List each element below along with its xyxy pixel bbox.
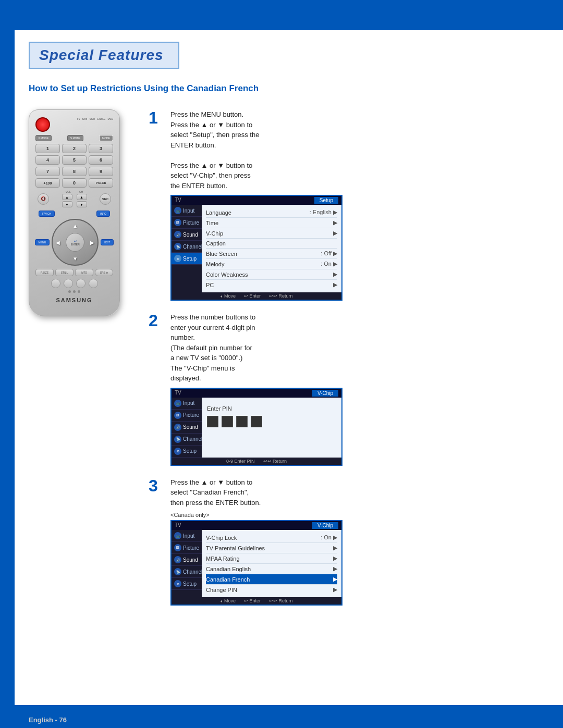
step-1-content: Press the MENU button. Press the ▲ or ▼ … (170, 109, 547, 301)
sound-icon: 🔊 (174, 231, 181, 238)
title-box: Special Features (29, 42, 179, 69)
vchip-sidebar: 📺 Input 🖼 Picture 🔊 Sound (172, 398, 202, 458)
vchip-menu-header: V-Chip (312, 522, 338, 529)
vm-input: 📺 Input (172, 530, 202, 542)
nav-down-arrow: ▼ (72, 256, 78, 262)
sidebar-input: 📺 Input (172, 205, 202, 217)
pin-input-boxes (207, 416, 336, 427)
mute-source-row: 🔇 VOLCH ▲ ▼ ▲ ▼ (35, 190, 113, 207)
num-0[interactable]: 0 (62, 178, 87, 188)
vchip-menu-content: V-Chip Lock : On ▶ TV Parental Guideline… (202, 530, 341, 597)
step-2-content: Press the number buttons to enter your c… (170, 312, 547, 466)
num-7[interactable]: 7 (35, 167, 60, 176)
vchip-picture: 🖼 Picture (172, 410, 202, 422)
source-button[interactable]: SRC (100, 193, 111, 205)
bottom-function-buttons: P.SIZE STILL MTS SRS ⊚ (35, 269, 113, 276)
channel-icon: 📡 (174, 243, 181, 250)
input-button[interactable]: INFO (96, 211, 110, 217)
menu-bluescreen: Blue Screen : Off ▶ (206, 249, 337, 259)
round-btn-3[interactable] (76, 279, 85, 288)
psize-button[interactable]: P.SIZE (35, 269, 54, 276)
num-3[interactable]: 3 (89, 144, 113, 153)
vp-picture-icon: 🖼 (174, 412, 181, 419)
step-3-content: Press the ▲ or ▼ button to select "Canad… (170, 477, 547, 606)
round-btn-1[interactable] (51, 279, 60, 288)
round-buttons-row (35, 279, 113, 288)
vchip-input: 📺 Input (172, 398, 202, 410)
num-5[interactable]: 5 (62, 155, 87, 165)
vchip-menu-sidebar: 📺 Input 🖼 Picture 🔊 Sound (172, 530, 202, 597)
step-3: 3 Press the ▲ or ▼ button to select "Can… (149, 477, 547, 606)
num-1[interactable]: 1 (35, 144, 60, 153)
vp-sound-icon: 🔊 (174, 424, 181, 431)
step-1-number: 1 (149, 109, 163, 126)
srs-button[interactable]: SRS ⊚ (95, 269, 113, 276)
picture-icon: 🖼 (174, 219, 181, 226)
num-plus100[interactable]: +100 (35, 178, 60, 188)
setup-menu-content: Language : English ▶ Time ▶ V-Chip ▶ (202, 205, 341, 292)
setup-screen-header: Setup (314, 197, 338, 204)
input-icon: 📺 (174, 207, 181, 214)
round-btn-2[interactable] (64, 279, 73, 288)
num-4[interactable]: 4 (35, 155, 60, 165)
setup-screen-footer: ⬧ Move ↩ Enter ↩↩ Return (172, 292, 341, 300)
round-btn-4[interactable] (89, 279, 98, 288)
pmode-button[interactable]: P.MODE (35, 135, 52, 141)
vchip-lock: V-Chip Lock : On ▶ (206, 533, 337, 543)
num-9[interactable]: 9 (89, 167, 113, 176)
nav-left-arrow: ◀ (56, 240, 60, 245)
vchip-menu-footer: ⬧ Move ↩ Enter ↩↩ Return (172, 597, 341, 604)
bottom-bar (0, 705, 563, 728)
remote-control: TV STB VCR CABLE DVD P.MODE S.MODE MODE … (29, 109, 120, 316)
vol-down[interactable]: ▼ (62, 201, 72, 207)
vchip-sound: 🔊 Sound (172, 422, 202, 434)
num-2[interactable]: 2 (62, 144, 87, 153)
dot-2 (73, 290, 76, 293)
step-2-text: Press the number buttons to enter your c… (170, 312, 547, 384)
sidebar-picture: 🖼 Picture (172, 217, 202, 229)
footer-text: English - 76 (29, 716, 67, 724)
steps-section: 1 Press the MENU button. Press the ▲ or … (149, 109, 547, 606)
vol-up[interactable]: ▲ (62, 194, 72, 200)
enter-pin-label: Enter PIN (207, 405, 336, 412)
ch-down[interactable]: ▼ (77, 201, 87, 207)
num-6[interactable]: 6 (89, 155, 113, 165)
pin-box-1 (207, 416, 218, 427)
mode-button[interactable]: MODE (99, 135, 113, 141)
step-3-number: 3 (149, 477, 163, 494)
dot-1 (68, 290, 71, 293)
vm-channel-icon: 📡 (174, 568, 181, 575)
menu-language: Language : English ▶ (206, 207, 337, 218)
enter-button[interactable]: ↩ ENTER (66, 233, 84, 252)
exit-button[interactable]: EXIT (101, 239, 114, 245)
menu-time: Time ▶ (206, 218, 337, 228)
step-3-text: Press the ▲ or ▼ button to select "Canad… (170, 477, 547, 508)
num-8[interactable]: 8 (62, 167, 87, 176)
vm-picture-icon: 🖼 (174, 544, 181, 551)
num-prech[interactable]: Pre-Ch (89, 178, 113, 188)
smode-button[interactable]: S.MODE (67, 135, 84, 141)
fav-input-row: FAV.CH INFO (35, 211, 113, 217)
power-button[interactable] (35, 117, 50, 132)
menu-button[interactable]: MENU (35, 239, 50, 245)
nav-right-arrow: ▶ (90, 240, 94, 245)
tv-parental: TV Parental Guidelines ▶ (206, 543, 337, 553)
mute-button[interactable]: 🔇 (38, 193, 49, 205)
vchip-pin-footer: 0-9 Enter PIN ↩↩ Return (172, 458, 341, 465)
mts-button[interactable]: MTS (75, 269, 93, 276)
sidebar-sound: 🔊 Sound (172, 229, 202, 241)
vm-sound-icon: 🔊 (174, 556, 181, 563)
canadian-french: Canadian French ▶ (206, 574, 337, 585)
vm-setup: ⚙ Setup (172, 578, 202, 590)
still-button[interactable]: STILL (55, 269, 74, 276)
change-pin: Change PIN ▶ (206, 585, 337, 595)
ch-up[interactable]: ▲ (77, 194, 87, 200)
nav-section: MENU ▲ ▼ ◀ ▶ ↩ ENTER (35, 219, 113, 266)
mpaa-rating: MPAA Rating ▶ (206, 553, 337, 564)
fav-ch-button[interactable]: FAV.CH (39, 211, 55, 217)
vm-setup-icon: ⚙ (174, 580, 181, 587)
tv-setup-screen: TV Setup 📺 Input 🖼 P (170, 195, 342, 301)
vchip-setup: ⚙ Setup (172, 446, 202, 458)
source-labels: TV STB VCR CABLE DVD (77, 117, 113, 120)
menu-caption: Caption (206, 239, 337, 249)
